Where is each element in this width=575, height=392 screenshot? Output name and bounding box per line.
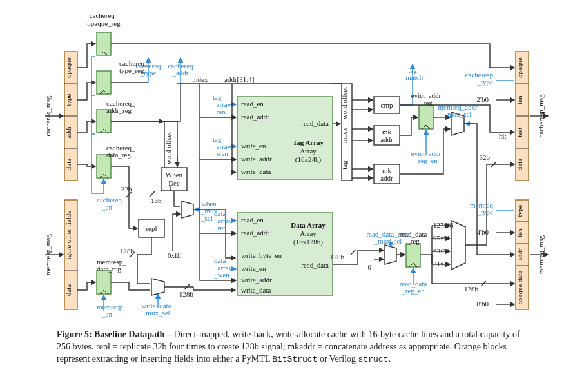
svg-text:16b: 16b: [151, 197, 162, 204]
svg-text:write_en: write_en: [241, 142, 266, 150]
code-struct: struct: [358, 355, 389, 364]
svg-text:addr_reg: addr_reg: [106, 106, 132, 114]
svg-text:_en: _en: [101, 310, 112, 318]
svg-text:_wen: _wen: [212, 150, 228, 157]
figure-caption: Figure 5: Baseline Datapath – Direct-map…: [57, 329, 534, 366]
svg-text:write_addr: write_addr: [241, 155, 272, 162]
svg-text:_mux_sel: _mux_sel: [374, 237, 402, 245]
svg-text:32b: 32b: [480, 153, 491, 161]
field-memresp-data: data: [64, 284, 72, 296]
cacheresp-len: len: [516, 95, 523, 104]
svg-text:_match: _match: [402, 74, 424, 81]
cacheresp-opaque: opaque: [516, 57, 523, 78]
tag-array: [237, 97, 333, 179]
svg-text:128b: 128b: [464, 285, 479, 293]
cacheresp-test: test: [516, 127, 523, 137]
page-root: opaque type addr data cachereq_msg igore…: [0, 0, 575, 392]
svg-text:_en: _en: [101, 203, 112, 211]
svg-text:0xfff: 0xfff: [168, 251, 182, 259]
svg-text:_mux_sel: _mux_sel: [443, 110, 472, 118]
svg-text:_ren: _ren: [212, 108, 226, 115]
svg-text:hit: hit: [499, 132, 507, 140]
svg-line-96: [351, 250, 356, 255]
svg-text:write_byte_en: write_byte_en: [241, 251, 282, 259]
svg-text:128b: 128b: [330, 253, 345, 260]
index-label: index: [192, 75, 208, 83]
svg-text:read_en: read_en: [241, 216, 264, 224]
opaque-reg-label2: opaque_reg: [87, 19, 121, 27]
svg-text:Wben: Wben: [166, 171, 183, 179]
field-type: type: [64, 93, 72, 106]
field-addr: addr: [64, 126, 72, 139]
svg-text:_ren: _ren: [213, 224, 227, 231]
svg-text:63:32: 63:32: [433, 247, 449, 255]
svg-text:8'b0: 8'b0: [477, 300, 489, 308]
svg-text:tag: tag: [340, 161, 348, 170]
svg-text:read_addr: read_addr: [241, 229, 269, 237]
svg-text:write_addr: write_addr: [241, 276, 272, 284]
svg-text:read_addr: read_addr: [241, 113, 269, 121]
svg-text:word offset: word offset: [340, 87, 348, 119]
svg-text:(16x128b): (16x128b): [293, 238, 323, 246]
svg-text:Tag Array: Tag Array: [293, 139, 324, 146]
svg-text:read_data: read_data: [301, 261, 329, 269]
svg-text:31:0: 31:0: [433, 260, 446, 268]
read-data-zero-mux: [385, 245, 396, 264]
svg-text:127:96: 127:96: [433, 221, 453, 229]
svg-text:_type: _type: [477, 78, 494, 86]
svg-text:128b: 128b: [179, 290, 194, 298]
svg-text:repl: repl: [146, 224, 157, 232]
code-bitstruct: BitStruct: [272, 355, 317, 364]
svg-text:_reg_en: _reg_en: [401, 287, 425, 295]
svg-text:mk: mk: [382, 166, 392, 174]
svg-text:Data Array: Data Array: [291, 221, 326, 229]
svg-text:index: index: [340, 127, 348, 143]
svg-text:128b: 128b: [120, 247, 135, 255]
svg-text:_type: _type: [477, 208, 494, 216]
svg-text:Dec: Dec: [168, 179, 180, 187]
memreq-type: type: [516, 204, 523, 217]
cacheresp-data: data: [516, 159, 523, 170]
svg-text:addr: addr: [380, 135, 393, 143]
field-data: data: [64, 159, 72, 170]
svg-text:read_en: read_en: [241, 100, 264, 108]
svg-text:write_data: write_data: [241, 286, 271, 294]
word-select-mux: [451, 220, 465, 270]
svg-text:addr: addr: [380, 174, 393, 182]
svg-text:(16x24b): (16x24b): [295, 155, 322, 164]
datapath-diagram: opaque type addr data cachereq_msg igore…: [0, 0, 575, 322]
addr-hi-label: addr[31:4]: [224, 75, 254, 83]
svg-text:95:64: 95:64: [433, 234, 450, 242]
svg-text:cmp: cmp: [381, 101, 393, 109]
svg-line-26: [150, 191, 155, 197]
svg-text:write_data: write_data: [241, 168, 271, 175]
opaque-reg-label1: cachereq_: [90, 12, 119, 19]
svg-text:Array: Array: [300, 147, 317, 155]
svg-text:data_reg: data_reg: [97, 265, 121, 273]
memreq-opq-data: opaque data: [516, 270, 523, 304]
svg-text:2'b0: 2'b0: [477, 95, 489, 103]
svg-text:Array: Array: [300, 230, 317, 237]
field-opaque: opaque: [64, 57, 72, 78]
field-other: igore other fields: [64, 211, 72, 259]
wben-mux: [182, 201, 193, 218]
svg-text:_reg: _reg: [406, 237, 420, 245]
word-offset-label: word offset: [164, 132, 172, 164]
svg-text:_wen: _wen: [213, 271, 229, 279]
svg-text:data_reg: data_reg: [106, 151, 131, 159]
svg-text:write_en: write_en: [241, 264, 266, 272]
figure-title: Baseline Datapath –: [94, 329, 171, 339]
svg-text:0: 0: [368, 263, 372, 271]
figure-label: Figure 5:: [57, 329, 92, 339]
svg-text:mk: mk: [382, 128, 392, 135]
svg-text:_reg_en: _reg_en: [414, 157, 438, 164]
memreq-len: len: [516, 228, 523, 237]
svg-text:mux_sel: mux_sel: [146, 309, 170, 317]
write-data-mux: [151, 279, 164, 295]
svg-text:_sel: _sel: [200, 214, 213, 222]
memreq-addr: addr: [516, 248, 523, 261]
svg-text:_type: _type: [140, 69, 157, 77]
svg-text:32b: 32b: [121, 185, 132, 193]
svg-text:read_data: read_data: [301, 119, 329, 127]
svg-text:_addr: _addr: [171, 69, 188, 77]
